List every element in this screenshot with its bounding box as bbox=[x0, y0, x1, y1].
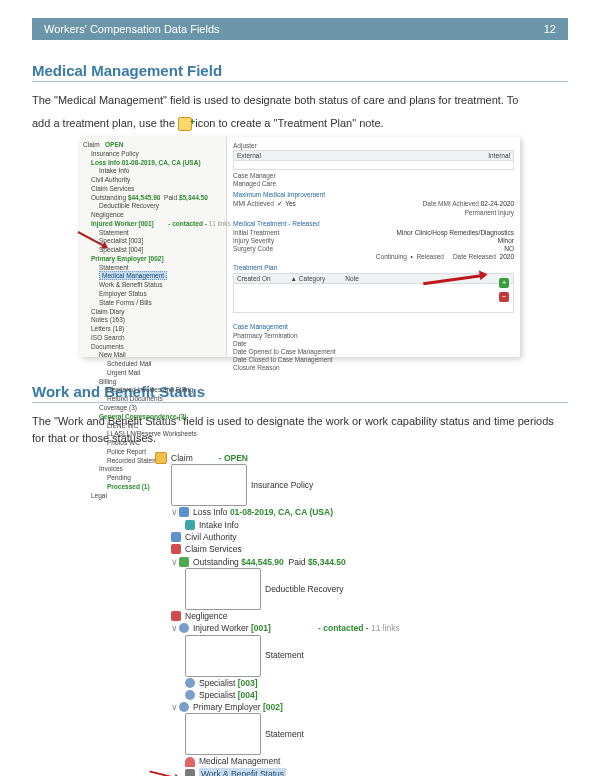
page-icon bbox=[185, 713, 261, 755]
add-treatment-plan-icon[interactable]: + bbox=[499, 278, 509, 288]
section-heading-medical-management: Medical Management Field bbox=[32, 62, 568, 82]
page-icon bbox=[185, 568, 261, 610]
heart-icon bbox=[185, 757, 195, 767]
remove-treatment-plan-icon[interactable]: − bbox=[499, 292, 509, 302]
tree-item-work-benefit-status[interactable]: Work & Benefit Status bbox=[155, 768, 445, 776]
info-icon bbox=[179, 507, 189, 517]
shield-icon bbox=[171, 532, 181, 542]
page-number: 12 bbox=[544, 23, 556, 35]
page-icon bbox=[171, 464, 247, 506]
person-icon bbox=[185, 678, 195, 688]
folder-icon bbox=[155, 452, 167, 464]
person-icon bbox=[179, 623, 189, 633]
person-icon bbox=[179, 702, 189, 712]
detail-panel: Adjuster External Internal Case Manager … bbox=[227, 137, 520, 357]
intake-icon bbox=[185, 520, 195, 530]
screenshot-medical-management: Claim OPEN Insurance Policy Loss Info 01… bbox=[80, 137, 520, 357]
person-icon bbox=[185, 690, 195, 700]
money-icon bbox=[179, 557, 189, 567]
section1-paragraph-2: add a treatment plan, use the icon to cr… bbox=[32, 115, 568, 132]
section1-paragraph: The "Medical Management" field is used t… bbox=[32, 92, 568, 109]
header-title: Workers' Compensation Data Fields bbox=[44, 23, 220, 35]
services-icon bbox=[171, 544, 181, 554]
treatment-plan-grid[interactable]: Created On ▲ Category Note + − bbox=[233, 273, 514, 313]
wrench-icon bbox=[185, 769, 195, 776]
add-note-icon bbox=[178, 117, 192, 131]
negligence-icon bbox=[171, 611, 181, 621]
tree-item-medical-management[interactable]: Medical Management bbox=[83, 272, 223, 281]
screenshot-work-benefit-tree: Claim - OPEN Insurance Policy ∨Loss Info… bbox=[155, 452, 445, 776]
page-icon bbox=[185, 635, 261, 677]
tree-panel: Claim OPEN Insurance Policy Loss Info 01… bbox=[80, 137, 227, 357]
document-header: Workers' Compensation Data Fields 12 bbox=[32, 18, 568, 40]
